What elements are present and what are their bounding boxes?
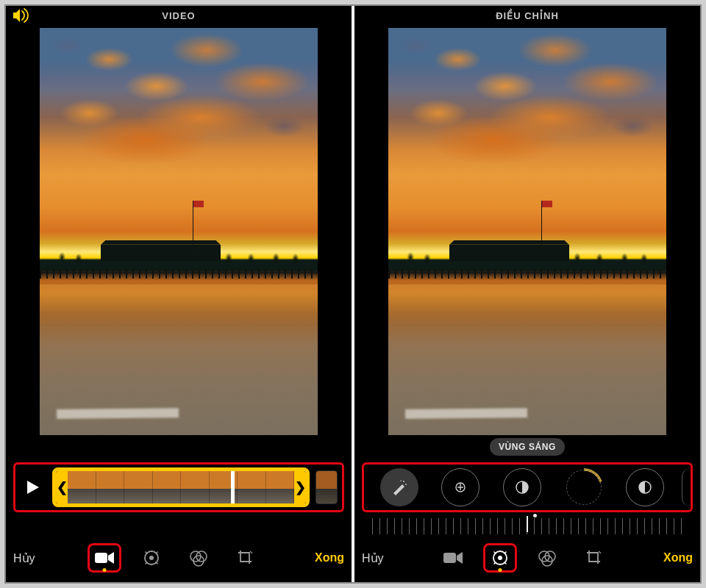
adjust-edit-pane: ĐIỀU CHỈNH VÙNG SÁNG xyxy=(354,6,700,582)
adjust-preview[interactable] xyxy=(388,28,666,435)
trim-overflow xyxy=(315,470,338,504)
tool-filters[interactable] xyxy=(530,543,564,573)
trim-controls: ❮ ❯ xyxy=(13,462,344,512)
svg-point-8 xyxy=(400,480,402,481)
tool-video[interactable] xyxy=(436,543,470,573)
tool-crop[interactable] xyxy=(229,543,263,573)
tool-adjust[interactable] xyxy=(483,543,517,573)
done-button[interactable]: Xong xyxy=(663,551,693,564)
svg-point-16 xyxy=(498,556,502,560)
topbar-right: ĐIỀU CHỈNH xyxy=(354,6,700,25)
cancel-button[interactable]: Hủy xyxy=(362,551,384,565)
dial-auto[interactable] xyxy=(380,468,418,506)
svg-point-6 xyxy=(403,481,404,482)
topbar-left: VIDEO xyxy=(6,6,352,25)
svg-rect-0 xyxy=(95,553,107,563)
dial-exposure[interactable] xyxy=(441,468,479,506)
svg-point-12 xyxy=(578,481,590,493)
tool-filters[interactable] xyxy=(182,543,215,573)
svg-point-7 xyxy=(405,484,407,485)
play-button[interactable] xyxy=(20,474,46,501)
adjust-slider[interactable] xyxy=(372,518,682,534)
tool-video[interactable] xyxy=(88,543,121,573)
bottombar-left: Hủy Xong xyxy=(6,539,352,576)
dial-shadows[interactable] xyxy=(626,468,664,506)
trim-timeline[interactable]: ❮ ❯ xyxy=(52,467,310,507)
tool-adjust[interactable] xyxy=(135,543,168,573)
dial-overflow xyxy=(682,468,691,506)
bottombar-right: Hủy Xong xyxy=(354,539,700,576)
adjustment-name-badge: VÙNG SÁNG xyxy=(490,438,565,456)
video-preview[interactable] xyxy=(40,28,318,435)
svg-rect-14 xyxy=(443,553,456,563)
svg-point-2 xyxy=(149,556,154,560)
mode-title-left: VIDEO xyxy=(162,10,195,21)
mode-title-right: ĐIỀU CHỈNH xyxy=(496,10,559,21)
tool-crop[interactable] xyxy=(577,543,611,573)
trim-handle-left[interactable]: ❮ xyxy=(56,471,68,503)
adjust-dials-row xyxy=(362,462,693,512)
trim-handle-right[interactable]: ❯ xyxy=(294,471,306,503)
dial-brilliance[interactable] xyxy=(503,468,541,506)
playhead[interactable] xyxy=(231,468,235,506)
svg-point-10 xyxy=(460,483,461,484)
cancel-button[interactable]: Hủy xyxy=(13,551,35,565)
trim-thumbnails[interactable] xyxy=(68,471,294,503)
slider-center-marker xyxy=(527,516,528,532)
dial-highlights[interactable] xyxy=(565,468,603,506)
video-edit-pane: VIDEO ❮ xyxy=(6,6,352,582)
volume-icon[interactable] xyxy=(12,8,29,23)
slider-value-dot[interactable] xyxy=(533,514,537,517)
done-button[interactable]: Xong xyxy=(315,551,344,564)
